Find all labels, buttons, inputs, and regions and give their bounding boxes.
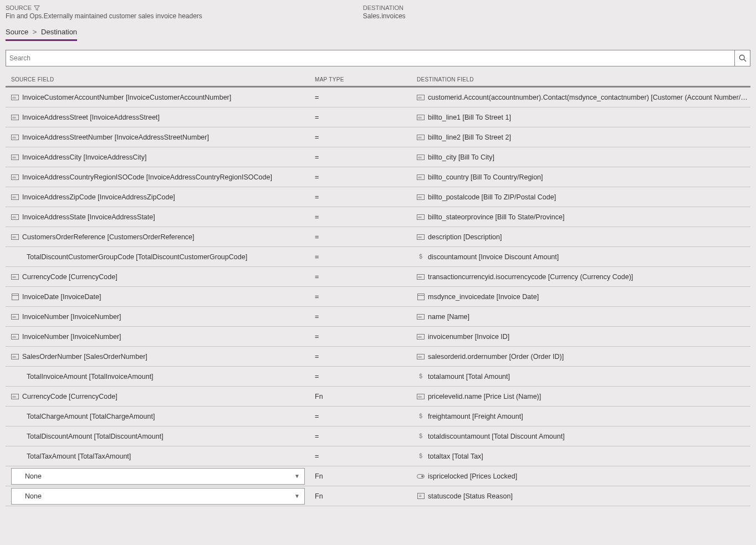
destination-field-cell[interactable]: msdynce_invoicedate [Invoice Date] <box>417 293 750 301</box>
mapping-row[interactable]: InvoiceDate [InvoiceDate]=msdynce_invoic… <box>6 287 750 307</box>
source-field-cell[interactable]: InvoiceAddressZipCode [InvoiceAddressZip… <box>6 193 315 201</box>
mapping-row[interactable]: TotalTaxAmount [TotalTaxAmount]=＄totalta… <box>6 446 750 466</box>
map-type-cell[interactable]: = <box>315 94 417 101</box>
mapping-row[interactable]: InvoiceAddressCity [InvoiceAddressCity]=… <box>6 147 750 167</box>
destination-field-cell[interactable]: customerid.Account(accountnumber).Contac… <box>417 94 750 101</box>
destination-field-cell[interactable]: ＄freightamount [Freight Amount] <box>417 413 750 420</box>
map-type-cell[interactable]: = <box>315 133 417 141</box>
source-field-cell[interactable]: InvoiceAddressStreetNumber [InvoiceAddre… <box>6 133 315 141</box>
map-type-cell[interactable]: = <box>315 153 417 161</box>
source-field-cell[interactable]: InvoiceNumber [InvoiceNumber] <box>6 333 315 341</box>
destination-field-cell[interactable]: ispricelocked [Prices Locked] <box>417 472 750 480</box>
source-field-cell[interactable]: InvoiceAddressCountryRegionISOCode [Invo… <box>6 173 315 181</box>
map-type-cell[interactable]: = <box>315 213 417 221</box>
mapping-row[interactable]: SalesOrderNumber [SalesOrderNumber]=sale… <box>6 347 750 367</box>
source-field-text: InvoiceAddressState [InvoiceAddressState… <box>22 213 155 221</box>
source-field-cell[interactable]: InvoiceAddressCity [InvoiceAddressCity] <box>6 153 315 161</box>
map-type-cell[interactable]: = <box>315 114 417 121</box>
mapping-row[interactable]: InvoiceNumber [InvoiceNumber]=invoicenum… <box>6 327 750 347</box>
destination-field-cell[interactable]: pricelevelid.name [Price List (Name)] <box>417 393 750 400</box>
map-type-cell[interactable]: = <box>315 233 417 241</box>
map-type-cell[interactable]: = <box>315 293 417 301</box>
mapping-row[interactable]: InvoiceCustomerAccountNumber [InvoiceCus… <box>6 88 750 107</box>
destination-field-cell[interactable]: transactioncurrencyid.isocurrencycode [C… <box>417 273 750 281</box>
map-type-cell[interactable]: Fn <box>315 393 417 400</box>
mapping-row[interactable]: TotalChargeAmount [TotalChargeAmount]=＄f… <box>6 407 750 426</box>
map-type-cell[interactable]: = <box>315 193 417 201</box>
source-field-cell[interactable]: InvoiceNumber [InvoiceNumber] <box>6 313 315 321</box>
source-field-cell[interactable]: InvoiceAddressState [InvoiceAddressState… <box>6 213 315 221</box>
source-field-cell[interactable]: TotalDiscountCustomerGroupCode [TotalDis… <box>6 253 315 261</box>
map-type-cell[interactable]: = <box>315 313 417 321</box>
map-type-cell[interactable]: = <box>315 333 417 341</box>
destination-field-cell[interactable]: salesorderid.ordernumber [Order (Order I… <box>417 353 750 361</box>
destination-field-cell[interactable]: billto_city [Bill To City] <box>417 153 750 161</box>
map-type-cell[interactable]: Fn <box>315 472 417 480</box>
search-input[interactable] <box>6 50 750 66</box>
mapping-row[interactable]: TotalDiscountCustomerGroupCode [TotalDis… <box>6 247 750 267</box>
source-field-cell[interactable]: SalesOrderNumber [SalesOrderNumber] <box>6 353 315 361</box>
destination-field-cell[interactable]: billto_line1 [Bill To Street 1] <box>417 114 750 121</box>
map-type-cell[interactable]: = <box>315 373 417 381</box>
mapping-row[interactable]: InvoiceAddressState [InvoiceAddressState… <box>6 207 750 227</box>
source-field-cell[interactable]: CurrencyCode [CurrencyCode] <box>6 273 315 281</box>
map-type-cell[interactable]: = <box>315 453 417 460</box>
col-source-header[interactable]: SOURCE FIELD <box>6 76 315 83</box>
col-dest-header[interactable]: DESTINATION FIELD <box>417 76 750 83</box>
mapping-row[interactable]: TotalInvoiceAmount [TotalInvoiceAmount]=… <box>6 367 750 387</box>
source-field-cell[interactable]: TotalInvoiceAmount [TotalInvoiceAmount] <box>6 373 315 381</box>
map-type-cell[interactable]: = <box>315 353 417 361</box>
mapping-row[interactable]: CurrencyCode [CurrencyCode]=transactionc… <box>6 267 750 287</box>
map-type-cell[interactable]: = <box>315 253 417 261</box>
mapping-row[interactable]: InvoiceAddressStreetNumber [InvoiceAddre… <box>6 127 750 147</box>
source-field-cell[interactable]: InvoiceCustomerAccountNumber [InvoiceCus… <box>6 94 315 101</box>
destination-field-cell[interactable]: billto_stateorprovince [Bill To State/Pr… <box>417 213 750 221</box>
destination-field-cell[interactable]: ＄totaltax [Total Tax] <box>417 453 750 460</box>
source-field-cell[interactable]: CustomersOrderReference [CustomersOrderR… <box>6 233 315 241</box>
destination-field-cell[interactable]: invoicenumber [Invoice ID] <box>417 333 750 341</box>
source-field-cell[interactable]: None▼ <box>6 468 315 485</box>
mapping-row[interactable]: TotalDiscountAmount [TotalDiscountAmount… <box>6 426 750 446</box>
mapping-row[interactable]: None▼Fnstatuscode [Status Reason] <box>6 486 750 506</box>
destination-field-cell[interactable]: statuscode [Status Reason] <box>417 492 750 500</box>
mapping-row[interactable]: InvoiceAddressStreet [InvoiceAddressStre… <box>6 107 750 127</box>
breadcrumb-tab[interactable]: Source > Destination <box>6 25 77 41</box>
destination-field-cell[interactable]: ＄totalamount [Total Amount] <box>417 373 750 381</box>
destination-field-cell[interactable]: ＄totaldiscountamount [Total Discount Amo… <box>417 433 750 440</box>
source-field-cell[interactable]: TotalTaxAmount [TotalTaxAmount] <box>6 453 315 460</box>
map-type-cell[interactable]: = <box>315 273 417 281</box>
mapping-row[interactable]: InvoiceAddressZipCode [InvoiceAddressZip… <box>6 187 750 207</box>
source-field-cell[interactable]: TotalDiscountAmount [TotalDiscountAmount… <box>6 433 315 440</box>
source-field-cell[interactable]: InvoiceDate [InvoiceDate] <box>6 293 315 301</box>
filter-icon[interactable] <box>34 5 40 11</box>
source-field-cell[interactable]: InvoiceAddressStreet [InvoiceAddressStre… <box>6 114 315 121</box>
destination-field-cell[interactable]: billto_country [Bill To Country/Region] <box>417 173 750 181</box>
mapping-row[interactable]: CustomersOrderReference [CustomersOrderR… <box>6 227 750 247</box>
col-map-header[interactable]: MAP TYPE <box>315 76 417 83</box>
map-type-cell[interactable]: Fn <box>315 492 417 500</box>
destination-field-cell[interactable]: billto_line2 [Bill To Street 2] <box>417 133 750 141</box>
destination-field-cell[interactable]: description [Description] <box>417 233 750 241</box>
mapping-row[interactable]: None▼Fnispricelocked [Prices Locked] <box>6 466 750 486</box>
mapping-row[interactable]: CurrencyCode [CurrencyCode]Fnpriceleveli… <box>6 387 750 407</box>
destination-field-cell[interactable]: ＄discountamount [Invoice Discount Amount… <box>417 253 750 261</box>
source-field-select[interactable]: None▼ <box>11 468 305 485</box>
map-type-cell[interactable]: = <box>315 173 417 181</box>
search-button[interactable] <box>734 50 750 66</box>
destination-field-cell[interactable]: name [Name] <box>417 313 750 321</box>
map-type-cell[interactable]: = <box>315 433 417 440</box>
destination-field-text: salesorderid.ordernumber [Order (Order I… <box>428 353 564 361</box>
source-field-text: CustomersOrderReference [CustomersOrderR… <box>22 233 195 241</box>
mapping-row[interactable]: InvoiceAddressCountryRegionISOCode [Invo… <box>6 167 750 187</box>
currency-field-icon: ＄ <box>417 433 425 440</box>
source-field-cell[interactable]: None▼ <box>6 488 315 505</box>
source-field-text: InvoiceAddressCountryRegionISOCode [Invo… <box>22 173 272 181</box>
map-type-cell[interactable]: = <box>315 413 417 420</box>
text-field-icon <box>417 333 425 340</box>
source-field-cell[interactable]: TotalChargeAmount [TotalChargeAmount] <box>6 413 315 420</box>
source-field-select[interactable]: None▼ <box>11 488 305 505</box>
mapping-row[interactable]: InvoiceNumber [InvoiceNumber]=name [Name… <box>6 307 750 327</box>
source-field-cell[interactable]: CurrencyCode [CurrencyCode] <box>6 393 315 400</box>
text-field-icon <box>11 333 19 340</box>
destination-field-cell[interactable]: billto_postalcode [Bill To ZIP/Postal Co… <box>417 193 750 201</box>
